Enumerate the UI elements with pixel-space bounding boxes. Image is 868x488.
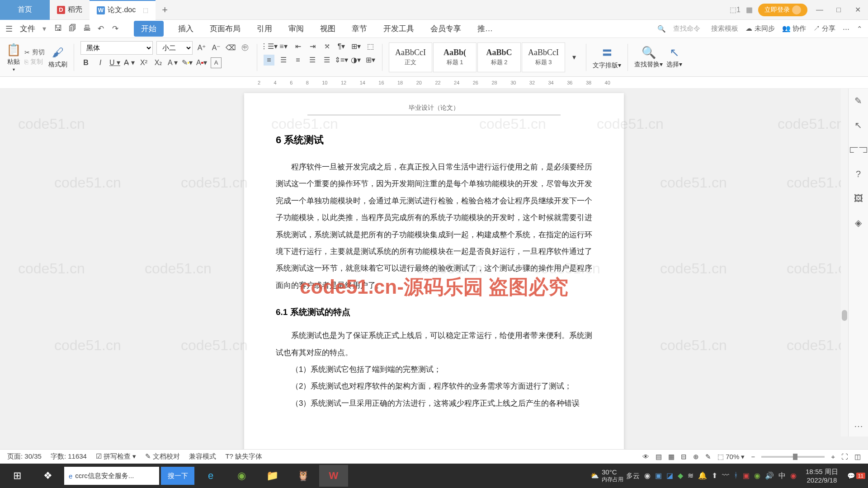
image-icon[interactable]: 🖾 [853, 192, 864, 204]
tray-icon[interactable]: ◉ [790, 471, 797, 481]
tab-pagelayout[interactable]: 页面布局 [208, 21, 242, 37]
page-layout-icon[interactable]: ▦ [668, 453, 675, 461]
fullscreen-button[interactable]: ⛶ [841, 453, 848, 460]
distribute-button[interactable]: ☰ [321, 55, 332, 66]
tab-references[interactable]: 引用 [255, 21, 274, 37]
share-button[interactable]: ↗ 分享 [813, 24, 835, 33]
more-icon[interactable]: ⋯ [853, 420, 864, 432]
tab-document[interactable]: W 论文.doc ⬚ [90, 0, 156, 20]
char-border-button[interactable]: A [211, 57, 222, 68]
tab-popup-icon[interactable]: ⬚ [143, 7, 148, 14]
compat-mode[interactable]: 兼容模式 [189, 452, 216, 461]
search-command[interactable]: 查找命令 [673, 24, 700, 33]
align-right-button[interactable]: ≡ [292, 55, 303, 66]
copy-button[interactable]: ⎘ 复制 [24, 58, 45, 66]
start-button[interactable]: ⊞ [3, 465, 32, 487]
system-tray[interactable]: ◉ ▣ ◪ ◆ ≋ 🔔 ⬆ 〰 ᚼ ▣ ◉ 🔊 中 ◉ [644, 471, 797, 481]
tab-add[interactable]: + [156, 4, 174, 16]
paste-button[interactable]: 📋 粘贴▾ [6, 43, 21, 72]
paragraph[interactable]: 系统测试也是为了保证系统正式上线后，可以稳定正常运行，给使用者带来便利。系统测试… [276, 327, 592, 361]
strikethrough-button[interactable]: A̶ ▾ [124, 57, 135, 68]
tab-devtools[interactable]: 开发工具 [382, 21, 416, 37]
tab-daoke[interactable]: D 稻壳 [50, 0, 90, 20]
weather-widget[interactable]: ⛅ 30°C内存占用 多云 [590, 468, 640, 483]
list-item[interactable]: （2）系统测试也对程序软件的架构方面，程序软件的业务需求等方面进行了测试； [276, 378, 592, 394]
word-count[interactable]: 字数: 11634 [51, 452, 87, 461]
style-heading3[interactable]: AaBbCcI标题 3 [522, 42, 565, 72]
bullets-button[interactable]: ⋮☰▾ [264, 41, 274, 52]
highlight-button[interactable]: ✎▾ [182, 57, 193, 68]
tray-icon[interactable]: 🔔 [698, 471, 707, 481]
ime-indicator[interactable]: 中 [778, 471, 786, 481]
font-name-select[interactable]: 黑体 [80, 41, 153, 55]
cursor-icon[interactable]: ↖ [853, 119, 864, 131]
explorer-icon[interactable]: 📁 [258, 465, 287, 487]
bluetooth-icon[interactable]: ᚼ [734, 471, 738, 481]
page[interactable]: 毕业设计（论文） 6 系统测试 程序软件一旦被开发完成之后，在真正投入日常生活中… [244, 93, 624, 464]
collapse-ribbon-icon[interactable]: ⌃ [857, 25, 863, 33]
save-icon[interactable]: 🖫 [54, 24, 64, 34]
zoom-out-button[interactable]: − [751, 453, 755, 460]
decrease-indent-button[interactable]: ⇤ [292, 41, 303, 52]
page-indicator[interactable]: 页面: 30/35 [7, 452, 42, 461]
list-item[interactable]: （1）系统测试它包括了端到端的完整测试； [276, 361, 592, 378]
browser-icon[interactable]: ◉ [227, 465, 256, 487]
align-center-button[interactable]: ☰ [278, 55, 289, 66]
zoom-fit-button[interactable]: ⬚ 70% ▾ [717, 453, 745, 461]
phonetic-icon[interactable]: ㊥ [240, 42, 250, 53]
tab-review[interactable]: 审阅 [287, 21, 306, 37]
align-left-button[interactable]: ≡ [264, 55, 274, 66]
undo-icon[interactable]: ↶ [98, 24, 108, 34]
select-button[interactable]: ↖ 选择▾ [666, 46, 682, 69]
document-area[interactable]: 毕业设计（论文） 6 系统测试 程序软件一旦被开发完成之后，在真正投入日常生活中… [0, 89, 868, 464]
tray-icon[interactable]: ▣ [655, 471, 662, 481]
tab-insert[interactable]: 插入 [176, 21, 195, 37]
file-menu[interactable]: 文件 [17, 23, 38, 34]
line-spacing-button[interactable]: ⇕≡▾ [336, 55, 347, 66]
heading-6[interactable]: 6 系统测试 [276, 133, 592, 147]
increase-indent-button[interactable]: ⇥ [307, 41, 318, 52]
wps-icon[interactable]: W [319, 465, 348, 487]
tab-button[interactable]: ⊞▾ [350, 41, 361, 52]
paragraph[interactable]: 程序软件一旦被开发完成之后，在真正投入日常生活中进行运行使用之前，是必须要经历测… [276, 159, 592, 294]
tray-icon[interactable]: ▣ [743, 471, 750, 481]
superscript-button[interactable]: X² [138, 57, 149, 68]
tab-vip[interactable]: 会员专享 [429, 21, 463, 37]
cut-button[interactable]: ✂ 剪切 [24, 48, 45, 56]
find-replace-button[interactable]: 🔍 查找替换▾ [634, 46, 663, 69]
notification-center[interactable]: 💬 11 [847, 472, 865, 479]
zoom-in-button[interactable]: + [831, 453, 835, 460]
best-fit-button[interactable]: ◫ [854, 453, 861, 461]
text-layout-button[interactable]: 〓 文字排版▾ [593, 45, 621, 70]
sort-button[interactable]: ⤧ [321, 41, 332, 52]
settings-icon[interactable]: ⫍⫎ [853, 144, 864, 155]
tab-home[interactable]: 首页 [0, 0, 50, 20]
search-button[interactable]: 搜一下 [161, 467, 194, 485]
taskbar-app[interactable]: eccrc信息安全服务... [64, 467, 159, 485]
show-marks-button[interactable]: ⬚ [365, 41, 376, 52]
collab-button[interactable]: 👥 协作 [782, 24, 806, 33]
help-icon[interactable]: ? [853, 168, 864, 180]
subscript-button[interactable]: X₂ [153, 57, 164, 68]
unsync-button[interactable]: ☁ 未同步 [745, 24, 774, 33]
print-preview-icon[interactable]: 🗐 [69, 24, 79, 34]
highlight-tool-icon[interactable]: ✎ [705, 453, 711, 461]
outline-icon[interactable]: ⊟ [681, 453, 687, 461]
align-justify-button[interactable]: ☰ [307, 55, 318, 66]
login-button[interactable]: 立即登录 [758, 4, 807, 16]
formatting-marks-button[interactable]: ¶▾ [336, 41, 347, 52]
borders-button[interactable]: ⊞▾ [365, 55, 376, 66]
underline-button[interactable]: U ▾ [109, 57, 120, 68]
style-heading1[interactable]: AaBb(标题 1 [433, 42, 476, 72]
zoom-slider[interactable] [761, 456, 825, 458]
styles-more-button[interactable]: ▾ [569, 52, 580, 63]
hamburger-icon[interactable]: ☰ [5, 24, 13, 34]
ie-icon[interactable]: e [196, 465, 225, 487]
minimize-button[interactable]: — [813, 3, 826, 17]
tray-icon[interactable]: 〰 [722, 471, 729, 481]
clock[interactable]: 18:55 周日 2022/9/18 [801, 467, 843, 485]
tray-icon[interactable]: ◪ [666, 471, 673, 481]
font-color-button[interactable]: A▾ [196, 57, 207, 68]
tray-icon[interactable]: ◆ [678, 471, 683, 481]
decrease-font-icon[interactable]: A⁻ [211, 42, 222, 53]
